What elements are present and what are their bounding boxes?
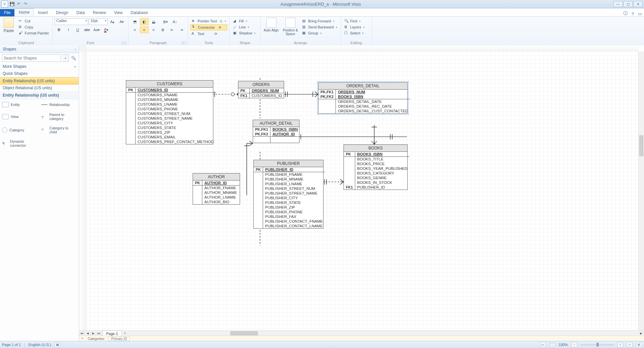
bullets-button[interactable]: ≣▾: [161, 18, 170, 25]
entity-publisher[interactable]: PUBLISHER PKPUBLISHER_ID PUBLISHER_FNAME…: [253, 160, 324, 229]
tab-review[interactable]: Review: [89, 9, 110, 16]
underline-button[interactable]: U: [73, 26, 82, 33]
shape-relationship[interactable]: Relationship: [39, 99, 79, 110]
app-icon[interactable]: V: [1, 1, 8, 7]
decrease-indent-button[interactable]: ⇤: [168, 26, 177, 33]
drawing-canvas[interactable]: CUSTOMERS PKCUSTOMERS_ID CUSTOMERS_FNAME…: [86, 51, 639, 331]
ribbon-help-icon[interactable]: ?: [630, 11, 636, 16]
entity-orders[interactable]: ORDERS PKORDERS_NUM FK1CUSTOMERS_ID: [238, 81, 284, 98]
cut-button[interactable]: ✂Cut: [17, 18, 50, 24]
zoom-level[interactable]: 100%: [559, 343, 568, 347]
quick-shapes-item[interactable]: Quick Shapes: [0, 70, 79, 77]
full-screen-icon[interactable]: ⛶: [549, 342, 555, 347]
prev-page-button[interactable]: ◀: [85, 331, 90, 336]
increase-indent-button[interactable]: ⇥: [177, 26, 186, 33]
zoom-out-button[interactable]: −: [571, 342, 577, 347]
pointer-tool-button[interactable]: ➤Pointer Tool⊂▾: [190, 18, 227, 24]
align-right-button[interactable]: ≡: [149, 26, 158, 33]
presentation-mode-icon[interactable]: ▭: [540, 342, 546, 347]
case-button[interactable]: Aa▾: [92, 26, 101, 33]
tab-file[interactable]: File: [0, 9, 14, 16]
align-bottom-button[interactable]: ⬓: [149, 18, 158, 25]
paste-button[interactable]: Paste: [2, 18, 15, 33]
shape-category[interactable]: Category: [0, 123, 39, 137]
redo-icon[interactable]: ↷: [23, 1, 28, 7]
connector-x-icon[interactable]: ✕: [218, 25, 221, 30]
maximize-button[interactable]: ▢: [623, 1, 633, 7]
scroll-right-button[interactable]: ▶: [638, 331, 644, 336]
stencil-or-us[interactable]: Object Relational (US units): [0, 85, 79, 92]
align-middle-button[interactable]: ◧: [140, 18, 149, 25]
tab-data[interactable]: Data: [72, 9, 89, 16]
copy-button[interactable]: ⧉Copy: [17, 24, 50, 30]
tab-insert[interactable]: Insert: [34, 9, 52, 16]
font-color-button[interactable]: A▾: [102, 26, 111, 33]
tab-design[interactable]: Design: [52, 9, 72, 16]
position-button[interactable]: Position & Space: [282, 18, 299, 36]
format-painter-button[interactable]: 🖌Format Painter: [17, 30, 50, 36]
zoom-slider[interactable]: [581, 344, 614, 345]
entity-books[interactable]: BOOKS PKBOOKS_ISBN BOOKS_TITLE BOOKS_PRI…: [344, 144, 408, 190]
find-button[interactable]: 🔍Find▾: [343, 18, 366, 24]
undo-icon[interactable]: ↶: [16, 1, 21, 7]
shape-parent-to-category[interactable]: ┬Parent to category: [39, 110, 79, 123]
more-shapes-item[interactable]: More Shapes▸: [0, 63, 79, 70]
bold-button[interactable]: B: [55, 26, 63, 33]
horizontal-scrollbar[interactable]: [128, 331, 638, 336]
pan-zoom-icon[interactable]: ⊞: [636, 342, 642, 347]
new-page-button[interactable]: ✧: [122, 331, 128, 336]
language-indicator[interactable]: English (U.S.): [28, 343, 51, 347]
send-backward-button[interactable]: ▥Send Backward▾: [301, 24, 339, 30]
tab-home[interactable]: Home: [14, 8, 34, 16]
last-page-button[interactable]: ⏭: [96, 331, 102, 336]
categories-value[interactable]: Primary ID: [108, 337, 130, 341]
shape-entity[interactable]: Entity: [0, 99, 39, 110]
shrink-font-button[interactable]: A▾: [118, 18, 126, 25]
next-page-button[interactable]: ▶: [90, 331, 96, 336]
entity-customers[interactable]: CUSTOMERS PKCUSTOMERS_ID CUSTOMERS_FNAME…: [126, 80, 213, 144]
entity-author-detail[interactable]: AUTHOR_DETAIL PK,FK1BOOKS_ISBN PK,FK2AUT…: [253, 120, 299, 143]
fill-button[interactable]: ◢Fill▾: [232, 18, 257, 24]
save-icon[interactable]: 💾: [9, 1, 15, 7]
collapse-pane-icon[interactable]: ‹: [75, 47, 76, 51]
vertical-scrollbar[interactable]: [638, 51, 644, 331]
font-name-select[interactable]: Calibri: [55, 18, 88, 25]
connector-tool-button[interactable]: ┗Connector✕: [190, 24, 227, 30]
minimize-button[interactable]: —: [613, 1, 623, 7]
first-page-button[interactable]: ⏮: [79, 331, 85, 336]
italic-button[interactable]: I: [64, 26, 73, 33]
font-size-select[interactable]: 10pt.: [89, 18, 108, 25]
layers-button[interactable]: ≣Layers▾: [343, 24, 366, 30]
close-shape-data-icon[interactable]: ×: [81, 336, 83, 340]
text-tool-button[interactable]: AText⟳: [190, 31, 227, 36]
select-button[interactable]: ☐Select▾: [343, 30, 366, 36]
entity-orders-detail[interactable]: ORDERS_DETAIL PK,FK1ORDERS_NUM PK,FK2BOO…: [318, 82, 408, 114]
shape-dynamic-connector[interactable]: ↯Dynamic connector: [0, 137, 43, 150]
zoom-in-button[interactable]: +: [617, 342, 623, 347]
align-center-button[interactable]: ≡: [140, 26, 149, 33]
shape-view[interactable]: View: [0, 110, 39, 123]
align-top-button[interactable]: ⬒: [131, 18, 139, 25]
search-go-icon[interactable]: 🔍: [70, 54, 77, 62]
strike-button[interactable]: abc: [83, 26, 91, 33]
rotate-icon[interactable]: ⟳: [214, 32, 217, 36]
help-icon[interactable]: ⓘ: [621, 10, 630, 16]
tab-view[interactable]: View: [110, 9, 127, 16]
search-shapes-input[interactable]: [2, 54, 61, 62]
page-tab-1[interactable]: Page-1: [102, 331, 122, 336]
align-justify-button[interactable]: ≣: [159, 26, 167, 33]
entity-author[interactable]: AUTHOR PKAUTHOR_ID AUTHOR_FNAME AUTHOR_M…: [193, 173, 240, 205]
group-button[interactable]: ▦Group▾: [301, 30, 339, 36]
close-button[interactable]: ✕: [633, 1, 643, 7]
auto-align-button[interactable]: Auto Align: [263, 18, 280, 32]
grow-font-button[interactable]: A▴: [108, 18, 117, 25]
stencil-er-us[interactable]: Entity Relationship (US units): [0, 77, 79, 85]
fit-page-icon[interactable]: ⤢: [627, 342, 633, 347]
text-direction-button[interactable]: A↕: [171, 18, 179, 25]
lasso-icon[interactable]: ⊂: [220, 19, 223, 23]
macro-icon[interactable]: ▦: [54, 342, 60, 347]
bring-forward-button[interactable]: ▤Bring Forward▾: [301, 18, 339, 24]
minimize-ribbon-icon[interactable]: ▭: [636, 11, 644, 16]
shadow-button[interactable]: ▣Shadow▾: [232, 30, 257, 36]
search-dropdown[interactable]: ▾: [62, 54, 69, 62]
